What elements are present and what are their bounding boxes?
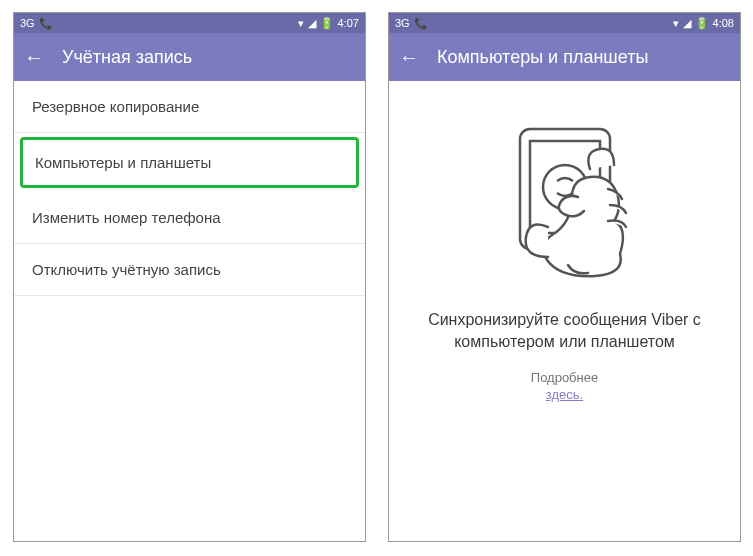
sync-illustration-icon <box>413 109 716 289</box>
more-label: Подробнее <box>413 370 716 385</box>
network-icon: 3G <box>20 18 35 29</box>
wifi-icon: ▾ <box>673 18 679 29</box>
empty-state: Синхронизируйте сообщения Viber с компью… <box>389 81 740 402</box>
statusbar: 3G 📞 ▾ ◢ 🔋 4:07 <box>14 13 365 33</box>
page-title: Компьютеры и планшеты <box>437 47 648 68</box>
sync-message: Синхронизируйте сообщения Viber с компью… <box>413 309 716 352</box>
battery-icon: 🔋 <box>320 18 334 29</box>
call-icon: 📞 <box>39 18 53 29</box>
phone-screen-account: 3G 📞 ▾ ◢ 🔋 4:07 ← Учётная запись Резервн… <box>13 12 366 542</box>
menu-item-backup[interactable]: Резервное копирование <box>14 81 365 133</box>
clock-text: 4:08 <box>713 18 734 29</box>
network-icon: 3G <box>395 18 410 29</box>
phone-screen-devices: 3G 📞 ▾ ◢ 🔋 4:08 ← Компьютеры и планшеты <box>388 12 741 542</box>
menu-item-change-number[interactable]: Изменить номер телефона <box>14 192 365 244</box>
clock-text: 4:07 <box>338 18 359 29</box>
more-link[interactable]: здесь. <box>413 387 716 402</box>
call-icon: 📞 <box>414 18 428 29</box>
signal-icon: ◢ <box>683 18 691 29</box>
page-title: Учётная запись <box>62 47 192 68</box>
back-arrow-icon[interactable]: ← <box>399 46 419 69</box>
back-arrow-icon[interactable]: ← <box>24 46 44 69</box>
appbar: ← Компьютеры и планшеты <box>389 33 740 81</box>
menu-item-deactivate[interactable]: Отключить учётную запись <box>14 244 365 296</box>
wifi-icon: ▾ <box>298 18 304 29</box>
menu-item-computers-tablets[interactable]: Компьютеры и планшеты <box>20 137 359 188</box>
battery-icon: 🔋 <box>695 18 709 29</box>
signal-icon: ◢ <box>308 18 316 29</box>
settings-list: Резервное копирование Компьютеры и планш… <box>14 81 365 296</box>
statusbar: 3G 📞 ▾ ◢ 🔋 4:08 <box>389 13 740 33</box>
appbar: ← Учётная запись <box>14 33 365 81</box>
